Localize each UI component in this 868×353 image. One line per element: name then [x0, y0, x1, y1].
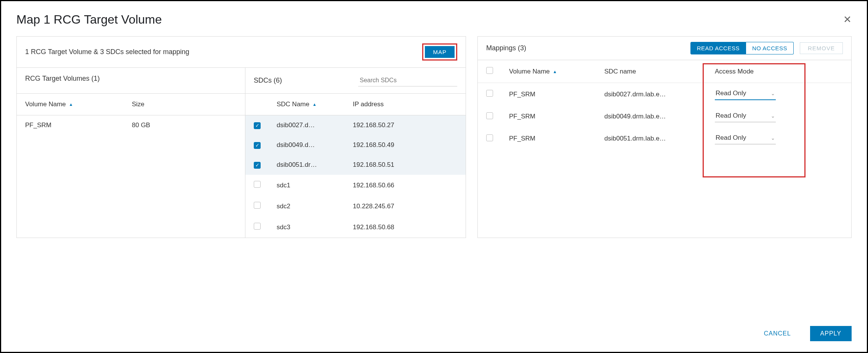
search-sdcs-input[interactable]: [358, 75, 457, 86]
th-access-mode[interactable]: Access Mode: [715, 68, 843, 75]
th-sdc-name[interactable]: SDC Name ▲: [277, 101, 353, 108]
sdc-ip-cell: 192.168.50.68: [353, 224, 457, 231]
sort-asc-icon: ▲: [553, 69, 557, 74]
sdc-row[interactable]: ✓ dsib0049.d… 192.168.50.49: [245, 135, 466, 155]
selection-panel: 1 RCG Target Volume & 3 SDCs selected fo…: [16, 36, 466, 238]
mapping-sdc-cell: dsib0051.drm.lab.e…: [604, 135, 715, 142]
sdcs-count-header: SDCs (6): [245, 68, 466, 93]
selection-summary-text: 1 RCG Target Volume & 3 SDCs selected fo…: [25, 48, 189, 56]
volume-name-cell: PF_SRM: [25, 121, 132, 129]
sdc-row[interactable]: ✓ dsib0051.dr… 192.168.50.51: [245, 155, 466, 175]
sdcs-table-header: SDC Name ▲ IP address: [245, 94, 466, 115]
mapping-volume-cell: PF_SRM: [509, 113, 604, 120]
mappings-title: Mappings (3): [486, 44, 526, 52]
modal-footer: CANCEL APPLY: [754, 326, 852, 341]
th-mapping-volume[interactable]: Volume Name ▲: [509, 68, 604, 75]
th-ip-address[interactable]: IP address: [353, 101, 457, 108]
sdc-ip-cell: 192.168.50.51: [353, 161, 457, 169]
th-size[interactable]: Size: [132, 101, 237, 108]
mapping-volume-cell: PF_SRM: [509, 91, 604, 98]
mapping-sdc-cell: dsib0027.drm.lab.e…: [604, 91, 715, 98]
sdc-row[interactable]: sdc3 192.168.50.68: [245, 217, 466, 238]
volumes-table-header: Volume Name ▲ Size: [17, 94, 245, 115]
sdc-ip-cell: 192.168.50.27: [353, 121, 457, 129]
cancel-button[interactable]: CANCEL: [754, 326, 801, 341]
sdc-checkbox[interactable]: ✓: [254, 162, 261, 169]
sdc-name-cell: sdc2: [277, 203, 353, 210]
sdc-row[interactable]: ✓ dsib0027.d… 192.168.50.27: [245, 115, 466, 135]
mappings-table-header: Volume Name ▲ SDC name Access Mode: [478, 60, 851, 83]
sdc-checkbox[interactable]: ✓: [254, 142, 261, 149]
map-button-highlight: MAP: [422, 43, 457, 61]
mapping-checkbox[interactable]: [486, 90, 493, 97]
access-toggle-group: READ ACCESS NO ACCESS: [690, 42, 794, 54]
sdc-ip-cell: 192.168.50.49: [353, 141, 457, 149]
sdc-ip-cell: 10.228.245.67: [353, 203, 457, 210]
selection-summary-bar: 1 RCG Target Volume & 3 SDCs selected fo…: [17, 37, 466, 68]
volumes-count-header: RCG Target Volumes (1): [17, 68, 245, 93]
access-mode-select[interactable]: Read Only ⌄: [715, 133, 776, 144]
mapping-row: PF_SRM dsib0027.drm.lab.e… Read Only ⌄: [478, 83, 851, 105]
select-all-checkbox[interactable]: [486, 67, 493, 74]
selection-columns: Volume Name ▲ Size PF_SRM 80 GB SDC: [17, 94, 466, 238]
mappings-panel: Mappings (3) READ ACCESS NO ACCESS REMOV…: [477, 36, 852, 238]
sdcs-column: SDC Name ▲ IP address ✓ dsib0027.d… 192.…: [245, 94, 466, 238]
read-access-button[interactable]: READ ACCESS: [690, 42, 746, 54]
sdc-ip-cell: 192.168.50.66: [353, 182, 457, 189]
no-access-button[interactable]: NO ACCESS: [746, 42, 794, 54]
modal-header: Map 1 RCG Target Volume ✕: [16, 13, 852, 27]
panels-container: 1 RCG Target Volume & 3 SDCs selected fo…: [16, 36, 852, 238]
mappings-header: Mappings (3) READ ACCESS NO ACCESS REMOV…: [478, 37, 851, 60]
sdc-name-cell: dsib0027.d…: [277, 121, 353, 129]
remove-button[interactable]: REMOVE: [800, 42, 843, 54]
apply-button[interactable]: APPLY: [810, 326, 852, 341]
mapping-row: PF_SRM dsib0051.drm.lab.e… Read Only ⌄: [478, 128, 851, 150]
mapping-volume-cell: PF_SRM: [509, 135, 604, 142]
chevron-down-icon: ⌄: [771, 135, 775, 141]
sort-asc-icon: ▲: [312, 102, 317, 107]
access-mode-select[interactable]: Read Only ⌄: [715, 111, 776, 122]
sdc-checkbox[interactable]: ✓: [254, 122, 261, 129]
sdc-checkbox[interactable]: [254, 223, 261, 230]
sdc-name-cell: sdc1: [277, 182, 353, 189]
sort-asc-icon: ▲: [69, 102, 73, 107]
sdc-checkbox[interactable]: [254, 202, 261, 209]
sdc-name-cell: dsib0051.dr…: [277, 161, 353, 169]
map-button[interactable]: MAP: [425, 46, 455, 58]
access-mode-select[interactable]: Read Only ⌄: [715, 88, 776, 100]
sdc-checkbox[interactable]: [254, 181, 261, 188]
volumes-column: Volume Name ▲ Size PF_SRM 80 GB: [17, 94, 245, 238]
sdc-name-cell: sdc3: [277, 224, 353, 231]
mapping-checkbox[interactable]: [486, 112, 493, 119]
sdc-row[interactable]: sdc1 192.168.50.66: [245, 175, 466, 196]
chevron-down-icon: ⌄: [771, 91, 775, 96]
th-volume-name[interactable]: Volume Name ▲: [25, 101, 132, 108]
mapping-sdc-cell: dsib0049.drm.lab.e…: [604, 113, 715, 120]
sdc-row[interactable]: sdc2 10.228.245.67: [245, 196, 466, 217]
volume-size-cell: 80 GB: [132, 121, 237, 129]
sdc-name-cell: dsib0049.d…: [277, 141, 353, 149]
map-volume-modal: Map 1 RCG Target Volume ✕ 1 RCG Target V…: [0, 0, 868, 353]
modal-title: Map 1 RCG Target Volume: [16, 13, 162, 27]
close-icon[interactable]: ✕: [843, 14, 852, 26]
chevron-down-icon: ⌄: [771, 113, 775, 119]
mapping-checkbox[interactable]: [486, 134, 493, 141]
mapping-row: PF_SRM dsib0049.drm.lab.e… Read Only ⌄: [478, 105, 851, 128]
sdcs-count-text: SDCs (6): [254, 77, 282, 85]
volume-row[interactable]: PF_SRM 80 GB: [17, 115, 245, 135]
th-mapping-sdc[interactable]: SDC name: [604, 68, 715, 75]
selection-subheader: RCG Target Volumes (1) SDCs (6): [17, 68, 466, 94]
